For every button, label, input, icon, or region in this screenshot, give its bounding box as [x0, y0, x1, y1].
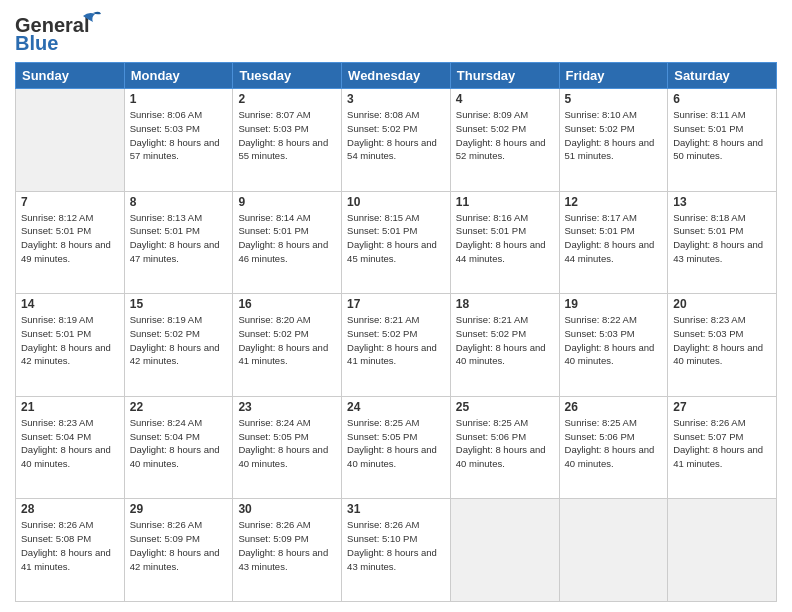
day-number: 30 — [238, 502, 336, 516]
calendar-cell: 25Sunrise: 8:25 AM Sunset: 5:06 PM Dayli… — [450, 396, 559, 499]
calendar-cell: 5Sunrise: 8:10 AM Sunset: 5:02 PM Daylig… — [559, 89, 668, 192]
day-number: 15 — [130, 297, 228, 311]
calendar-cell: 7Sunrise: 8:12 AM Sunset: 5:01 PM Daylig… — [16, 191, 125, 294]
day-number: 20 — [673, 297, 771, 311]
weekday-header: Sunday — [16, 63, 125, 89]
calendar-cell: 3Sunrise: 8:08 AM Sunset: 5:02 PM Daylig… — [342, 89, 451, 192]
day-number: 7 — [21, 195, 119, 209]
day-info: Sunrise: 8:16 AM Sunset: 5:01 PM Dayligh… — [456, 211, 554, 266]
calendar-cell — [559, 499, 668, 602]
calendar-cell: 19Sunrise: 8:22 AM Sunset: 5:03 PM Dayli… — [559, 294, 668, 397]
day-info: Sunrise: 8:21 AM Sunset: 5:02 PM Dayligh… — [456, 313, 554, 368]
calendar-cell: 10Sunrise: 8:15 AM Sunset: 5:01 PM Dayli… — [342, 191, 451, 294]
day-number: 27 — [673, 400, 771, 414]
day-info: Sunrise: 8:25 AM Sunset: 5:06 PM Dayligh… — [565, 416, 663, 471]
day-info: Sunrise: 8:19 AM Sunset: 5:02 PM Dayligh… — [130, 313, 228, 368]
day-info: Sunrise: 8:10 AM Sunset: 5:02 PM Dayligh… — [565, 108, 663, 163]
day-info: Sunrise: 8:15 AM Sunset: 5:01 PM Dayligh… — [347, 211, 445, 266]
calendar-cell: 17Sunrise: 8:21 AM Sunset: 5:02 PM Dayli… — [342, 294, 451, 397]
calendar-cell: 11Sunrise: 8:16 AM Sunset: 5:01 PM Dayli… — [450, 191, 559, 294]
day-info: Sunrise: 8:14 AM Sunset: 5:01 PM Dayligh… — [238, 211, 336, 266]
calendar-cell: 30Sunrise: 8:26 AM Sunset: 5:09 PM Dayli… — [233, 499, 342, 602]
calendar-cell: 24Sunrise: 8:25 AM Sunset: 5:05 PM Dayli… — [342, 396, 451, 499]
day-info: Sunrise: 8:19 AM Sunset: 5:01 PM Dayligh… — [21, 313, 119, 368]
calendar-cell: 12Sunrise: 8:17 AM Sunset: 5:01 PM Dayli… — [559, 191, 668, 294]
day-info: Sunrise: 8:09 AM Sunset: 5:02 PM Dayligh… — [456, 108, 554, 163]
header: General Blue — [15, 10, 777, 54]
calendar-cell: 15Sunrise: 8:19 AM Sunset: 5:02 PM Dayli… — [124, 294, 233, 397]
weekday-header: Saturday — [668, 63, 777, 89]
calendar-cell: 16Sunrise: 8:20 AM Sunset: 5:02 PM Dayli… — [233, 294, 342, 397]
day-number: 6 — [673, 92, 771, 106]
day-number: 4 — [456, 92, 554, 106]
weekday-header: Monday — [124, 63, 233, 89]
calendar-header: SundayMondayTuesdayWednesdayThursdayFrid… — [16, 63, 777, 89]
day-number: 22 — [130, 400, 228, 414]
calendar-cell: 9Sunrise: 8:14 AM Sunset: 5:01 PM Daylig… — [233, 191, 342, 294]
calendar-body: 1Sunrise: 8:06 AM Sunset: 5:03 PM Daylig… — [16, 89, 777, 602]
day-info: Sunrise: 8:23 AM Sunset: 5:04 PM Dayligh… — [21, 416, 119, 471]
day-number: 24 — [347, 400, 445, 414]
day-number: 1 — [130, 92, 228, 106]
day-number: 17 — [347, 297, 445, 311]
day-number: 10 — [347, 195, 445, 209]
day-number: 14 — [21, 297, 119, 311]
day-number: 13 — [673, 195, 771, 209]
calendar-cell: 2Sunrise: 8:07 AM Sunset: 5:03 PM Daylig… — [233, 89, 342, 192]
weekday-header: Wednesday — [342, 63, 451, 89]
calendar-cell: 14Sunrise: 8:19 AM Sunset: 5:01 PM Dayli… — [16, 294, 125, 397]
day-info: Sunrise: 8:12 AM Sunset: 5:01 PM Dayligh… — [21, 211, 119, 266]
weekday-header: Thursday — [450, 63, 559, 89]
weekday-header: Tuesday — [233, 63, 342, 89]
day-info: Sunrise: 8:26 AM Sunset: 5:07 PM Dayligh… — [673, 416, 771, 471]
day-info: Sunrise: 8:21 AM Sunset: 5:02 PM Dayligh… — [347, 313, 445, 368]
day-number: 26 — [565, 400, 663, 414]
day-info: Sunrise: 8:26 AM Sunset: 5:08 PM Dayligh… — [21, 518, 119, 573]
day-info: Sunrise: 8:26 AM Sunset: 5:10 PM Dayligh… — [347, 518, 445, 573]
calendar-cell: 27Sunrise: 8:26 AM Sunset: 5:07 PM Dayli… — [668, 396, 777, 499]
day-info: Sunrise: 8:26 AM Sunset: 5:09 PM Dayligh… — [238, 518, 336, 573]
day-info: Sunrise: 8:20 AM Sunset: 5:02 PM Dayligh… — [238, 313, 336, 368]
day-number: 12 — [565, 195, 663, 209]
calendar-cell: 20Sunrise: 8:23 AM Sunset: 5:03 PM Dayli… — [668, 294, 777, 397]
day-number: 31 — [347, 502, 445, 516]
calendar-cell: 23Sunrise: 8:24 AM Sunset: 5:05 PM Dayli… — [233, 396, 342, 499]
day-info: Sunrise: 8:13 AM Sunset: 5:01 PM Dayligh… — [130, 211, 228, 266]
day-info: Sunrise: 8:25 AM Sunset: 5:06 PM Dayligh… — [456, 416, 554, 471]
day-number: 19 — [565, 297, 663, 311]
calendar-cell — [668, 499, 777, 602]
calendar-cell: 1Sunrise: 8:06 AM Sunset: 5:03 PM Daylig… — [124, 89, 233, 192]
day-number: 21 — [21, 400, 119, 414]
calendar-cell: 18Sunrise: 8:21 AM Sunset: 5:02 PM Dayli… — [450, 294, 559, 397]
calendar-cell: 31Sunrise: 8:26 AM Sunset: 5:10 PM Dayli… — [342, 499, 451, 602]
day-number: 5 — [565, 92, 663, 106]
day-number: 11 — [456, 195, 554, 209]
calendar-cell: 28Sunrise: 8:26 AM Sunset: 5:08 PM Dayli… — [16, 499, 125, 602]
weekday-header: Friday — [559, 63, 668, 89]
day-number: 9 — [238, 195, 336, 209]
calendar-cell: 22Sunrise: 8:24 AM Sunset: 5:04 PM Dayli… — [124, 396, 233, 499]
calendar-cell: 4Sunrise: 8:09 AM Sunset: 5:02 PM Daylig… — [450, 89, 559, 192]
day-number: 28 — [21, 502, 119, 516]
calendar-cell: 26Sunrise: 8:25 AM Sunset: 5:06 PM Dayli… — [559, 396, 668, 499]
day-info: Sunrise: 8:26 AM Sunset: 5:09 PM Dayligh… — [130, 518, 228, 573]
day-info: Sunrise: 8:06 AM Sunset: 5:03 PM Dayligh… — [130, 108, 228, 163]
day-info: Sunrise: 8:17 AM Sunset: 5:01 PM Dayligh… — [565, 211, 663, 266]
svg-text:Blue: Blue — [15, 32, 58, 54]
day-number: 3 — [347, 92, 445, 106]
calendar-cell: 6Sunrise: 8:11 AM Sunset: 5:01 PM Daylig… — [668, 89, 777, 192]
calendar-cell: 8Sunrise: 8:13 AM Sunset: 5:01 PM Daylig… — [124, 191, 233, 294]
calendar-table: SundayMondayTuesdayWednesdayThursdayFrid… — [15, 62, 777, 602]
page: General Blue SundayMondayTuesdayWednesda… — [0, 0, 792, 612]
day-info: Sunrise: 8:24 AM Sunset: 5:05 PM Dayligh… — [238, 416, 336, 471]
day-info: Sunrise: 8:08 AM Sunset: 5:02 PM Dayligh… — [347, 108, 445, 163]
day-number: 18 — [456, 297, 554, 311]
calendar-cell: 29Sunrise: 8:26 AM Sunset: 5:09 PM Dayli… — [124, 499, 233, 602]
day-info: Sunrise: 8:22 AM Sunset: 5:03 PM Dayligh… — [565, 313, 663, 368]
calendar-cell: 13Sunrise: 8:18 AM Sunset: 5:01 PM Dayli… — [668, 191, 777, 294]
logo: General Blue — [15, 10, 105, 54]
day-number: 2 — [238, 92, 336, 106]
day-info: Sunrise: 8:18 AM Sunset: 5:01 PM Dayligh… — [673, 211, 771, 266]
day-info: Sunrise: 8:11 AM Sunset: 5:01 PM Dayligh… — [673, 108, 771, 163]
day-number: 23 — [238, 400, 336, 414]
